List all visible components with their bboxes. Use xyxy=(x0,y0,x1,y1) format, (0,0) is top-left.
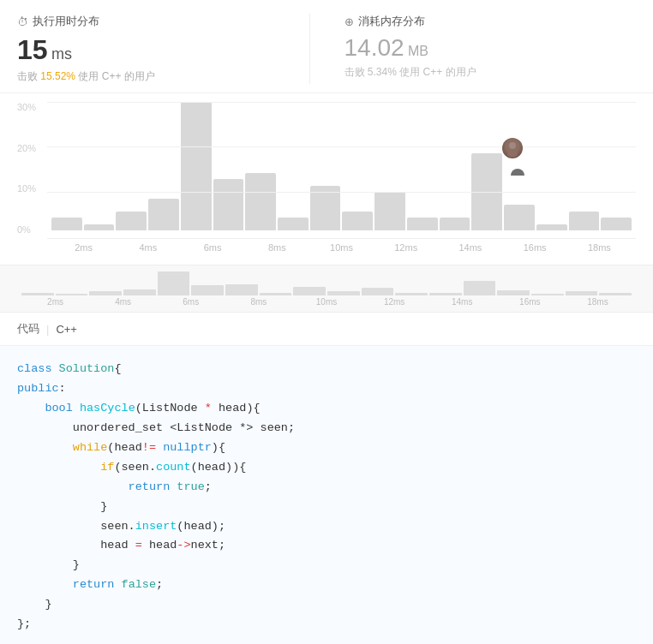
mini-bar xyxy=(123,289,156,295)
stats-section: ⏱ 执行用时分布 15 ms 击败 15.52% 使用 C++ 的用户 ⊕ 消耗… xyxy=(0,0,653,93)
bar xyxy=(213,179,244,230)
code-token: (seen. xyxy=(114,461,156,474)
stat-sub-time: 击败 15.52% 使用 C++ 的用户 xyxy=(17,69,309,84)
bar xyxy=(536,224,567,231)
bar-group xyxy=(245,102,276,230)
mini-chart-xlabel: 14ms xyxy=(428,297,496,307)
bar xyxy=(181,102,212,230)
mini-bar xyxy=(191,285,224,295)
bar xyxy=(440,218,470,230)
code-token: seen xyxy=(253,421,288,434)
code-line: }; xyxy=(17,615,636,635)
bar xyxy=(278,218,309,230)
chart-x-label: 16ms xyxy=(503,239,567,253)
bar-group xyxy=(342,102,373,230)
mini-chart-xlabel: 10ms xyxy=(292,297,360,307)
code-token: return xyxy=(17,578,122,591)
code-token: ); xyxy=(212,520,225,533)
code-token: <ListNode xyxy=(170,421,239,434)
bar xyxy=(84,224,115,231)
code-line: return false; xyxy=(17,575,636,595)
mini-bar xyxy=(158,271,190,295)
code-token: unordered_set xyxy=(17,421,170,434)
mini-bar xyxy=(464,281,496,295)
code-token: next xyxy=(191,539,219,552)
bar-group xyxy=(278,102,309,230)
stat-value-time: 15 ms xyxy=(17,34,309,66)
bar-group xyxy=(181,102,212,230)
code-token: head xyxy=(212,402,247,414)
bar xyxy=(407,218,438,230)
chart-x-label: 6ms xyxy=(180,239,244,253)
code-label: 代码 xyxy=(17,321,39,337)
code-token: while xyxy=(17,441,107,454)
bar-group xyxy=(84,102,115,230)
bar xyxy=(342,212,373,231)
bar-group xyxy=(504,102,535,230)
chart-x-labels: 2ms4ms6ms8ms10ms12ms14ms16ms18ms xyxy=(47,239,636,253)
code-lang: C++ xyxy=(56,323,77,336)
chart-x-label: 10ms xyxy=(309,239,374,253)
mini-chart-xlabel: 12ms xyxy=(361,297,428,307)
mini-chart-xlabel: 18ms xyxy=(564,297,632,307)
stat-block-time: ⏱ 执行用时分布 15 ms 击败 15.52% 使用 C++ 的用户 xyxy=(17,14,309,84)
code-token: *> xyxy=(239,421,253,434)
chart-x-label: 2ms xyxy=(51,239,116,253)
mini-bar xyxy=(362,288,394,295)
stat-sub-memory: 击败 5.34% 使用 C++ 的用户 xyxy=(344,65,637,80)
code-token: Solution xyxy=(59,362,115,375)
mini-chart-bars xyxy=(17,271,636,295)
bar-group xyxy=(471,102,502,230)
stat-value-memory: 14.02 MB xyxy=(344,34,637,62)
code-token: (head xyxy=(177,520,212,533)
code-token: public xyxy=(17,382,59,395)
code-token: }; xyxy=(17,617,31,630)
stat-title-memory: ⊕ 消耗内存分布 xyxy=(344,14,637,29)
bar-group xyxy=(569,102,600,230)
user-avatar xyxy=(500,136,524,160)
code-token: return xyxy=(17,480,177,493)
stat-block-memory: ⊕ 消耗内存分布 14.02 MB 击败 5.34% 使用 C++ 的用户 xyxy=(309,14,637,84)
bar-group xyxy=(148,102,179,230)
code-token: (head xyxy=(107,441,142,454)
code-token: * xyxy=(205,402,212,414)
code-token: (ListNode xyxy=(135,402,205,414)
chart-y-labels: 30% 20% 10% 0% xyxy=(17,102,36,235)
stat-title-memory-label: 消耗内存分布 xyxy=(358,14,425,29)
bar xyxy=(374,192,405,230)
avatar-face xyxy=(502,138,523,158)
chart-x-label: 18ms xyxy=(567,239,632,253)
mini-chart-xlabel: 2ms xyxy=(21,297,89,307)
bar-group xyxy=(407,102,438,230)
mini-chart-xlabel: 4ms xyxy=(89,297,157,307)
code-editor[interactable]: class Solution{public: bool hasCycle(Lis… xyxy=(0,346,653,644)
code-token: head xyxy=(142,539,177,552)
code-token: ; xyxy=(219,539,225,552)
code-token: bool xyxy=(17,402,80,414)
code-token: } xyxy=(17,500,107,513)
bar-group xyxy=(51,102,82,230)
code-token: class xyxy=(17,362,59,375)
code-token: seen. xyxy=(17,520,135,533)
bar-group xyxy=(116,102,147,230)
bar xyxy=(601,218,632,230)
mini-bar xyxy=(225,284,258,295)
bar-group xyxy=(213,102,244,230)
mini-chart-section: 2ms4ms6ms8ms10ms12ms14ms16ms18ms xyxy=(0,265,653,312)
code-token: != xyxy=(142,441,156,454)
code-token: ; xyxy=(288,421,295,434)
code-token: ; xyxy=(205,480,212,493)
code-token: -> xyxy=(177,539,190,552)
chart-area xyxy=(47,102,636,239)
mini-chart-xlabel: 16ms xyxy=(496,297,564,307)
mini-chart-xlabel: 8ms xyxy=(225,297,292,307)
code-token: } xyxy=(17,598,52,611)
bar-group xyxy=(310,102,341,230)
code-line: head = head->next; xyxy=(17,536,636,556)
code-token: hasCycle xyxy=(80,402,135,414)
code-line: seen.insert(head); xyxy=(17,517,636,537)
code-token: head xyxy=(17,539,135,552)
bar xyxy=(116,212,147,231)
code-token: false xyxy=(122,578,157,591)
chart-section: 30% 20% 10% 0% 2ms4ms6ms8ms10ms12ms14ms1… xyxy=(0,93,653,265)
